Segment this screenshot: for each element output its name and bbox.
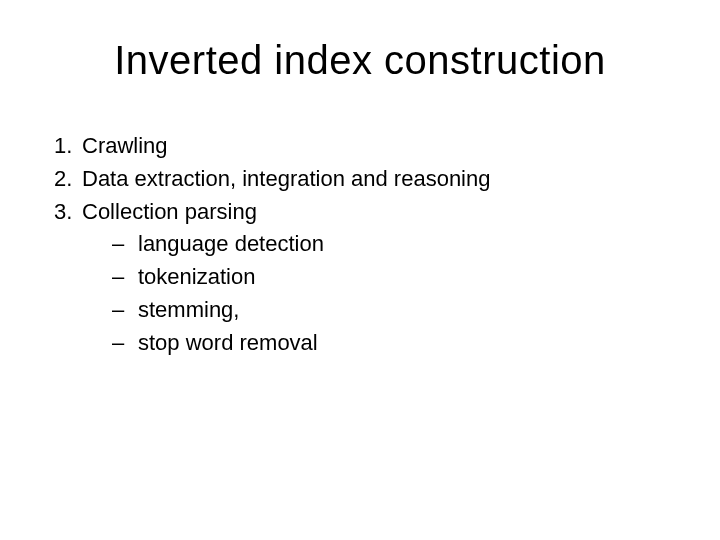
sublist-item: – language detection [112,229,670,260]
list-number: 2. [54,164,82,195]
list-text: Crawling [82,131,670,162]
slide: Inverted index construction 1. Crawling … [0,0,720,540]
list-item: 1. Crawling [54,131,670,162]
dash-icon: – [112,262,138,293]
page-title: Inverted index construction [50,38,670,83]
sublist-text: stop word removal [138,328,670,359]
sublist-item: – tokenization [112,262,670,293]
sublist-text: language detection [138,229,670,260]
list-number: 3. [54,197,82,228]
dash-icon: – [112,229,138,260]
list-text: Data extraction, integration and reasoni… [82,164,670,195]
list-number: 1. [54,131,82,162]
content-area: 1. Crawling 2. Data extraction, integrat… [50,131,670,359]
sublist-item: – stemming, [112,295,670,326]
sublist: – language detection – tokenization – st… [54,229,670,358]
list-item: 3. Collection parsing [54,197,670,228]
sublist-text: tokenization [138,262,670,293]
sublist-text: stemming, [138,295,670,326]
dash-icon: – [112,295,138,326]
list-text: Collection parsing [82,197,670,228]
sublist-item: – stop word removal [112,328,670,359]
list-item: 2. Data extraction, integration and reas… [54,164,670,195]
dash-icon: – [112,328,138,359]
